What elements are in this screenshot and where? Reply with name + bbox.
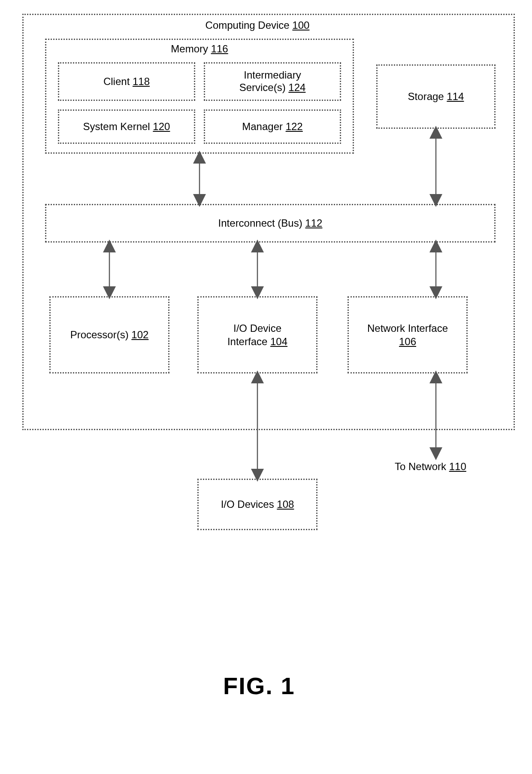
iodevices-num: 108: [277, 498, 294, 510]
kernel-text: System Kernel: [83, 121, 150, 132]
client-content: Client 118: [103, 76, 150, 88]
client-box: Client 118: [58, 62, 195, 101]
figure-caption: FIG. 1: [223, 672, 295, 700]
bus-num: 112: [305, 217, 322, 229]
tonetwork-num: 110: [449, 461, 466, 472]
client-num: 118: [133, 76, 150, 87]
iointerface-line1: I/O Device: [233, 322, 281, 335]
iointerface-box: I/O Device Interface 104: [197, 296, 317, 373]
manager-num: 122: [286, 121, 303, 132]
kernel-box: System Kernel 120: [58, 109, 195, 144]
processor-box: Processor(s) 102: [49, 296, 169, 373]
computing-device-num: 100: [292, 19, 309, 31]
intermediary-line2-wrap: Service(s) 124: [239, 82, 306, 94]
manager-box: Manager 122: [204, 109, 341, 144]
memory-num: 116: [211, 43, 228, 55]
processor-num: 102: [131, 329, 148, 340]
intermediary-line2: Service(s): [239, 82, 286, 93]
processor-text: Processor(s): [70, 329, 129, 340]
manager-content: Manager 122: [242, 121, 302, 133]
tonetwork-text: To Network: [395, 461, 446, 472]
iodevices-content: I/O Devices 108: [221, 498, 294, 510]
netinterface-line1: Network Interface: [367, 322, 448, 335]
iointerface-line2-wrap: Interface 104: [227, 335, 287, 348]
bus-content: Interconnect (Bus) 112: [218, 217, 323, 229]
manager-text: Manager: [242, 121, 283, 132]
iointerface-line2: Interface: [227, 336, 267, 347]
tonetwork-label: To Network 110: [395, 461, 466, 473]
iointerface-num: 104: [270, 336, 287, 347]
kernel-content: System Kernel 120: [83, 121, 170, 133]
netinterface-box: Network Interface 106: [348, 296, 468, 373]
bus-box: Interconnect (Bus) 112: [45, 204, 496, 243]
intermediary-num: 124: [288, 82, 305, 93]
memory-text: Memory: [171, 43, 208, 55]
kernel-num: 120: [153, 121, 170, 132]
iodevices-box: I/O Devices 108: [197, 479, 317, 530]
iodevices-text: I/O Devices: [221, 498, 274, 510]
intermediary-line1: Intermediary: [244, 69, 301, 82]
storage-content: Storage 114: [408, 91, 464, 103]
memory-label: Memory 116: [146, 43, 253, 55]
processor-content: Processor(s) 102: [70, 329, 149, 341]
computing-device-label: Computing Device 100: [172, 19, 343, 31]
bus-text: Interconnect (Bus): [218, 217, 302, 229]
computing-device-text: Computing Device: [206, 19, 290, 31]
client-text: Client: [103, 76, 130, 87]
intermediary-box: Intermediary Service(s) 124: [204, 62, 341, 101]
storage-text: Storage: [408, 91, 444, 102]
netinterface-num: 106: [399, 335, 416, 348]
storage-box: Storage 114: [376, 64, 496, 129]
storage-num: 114: [447, 91, 464, 102]
